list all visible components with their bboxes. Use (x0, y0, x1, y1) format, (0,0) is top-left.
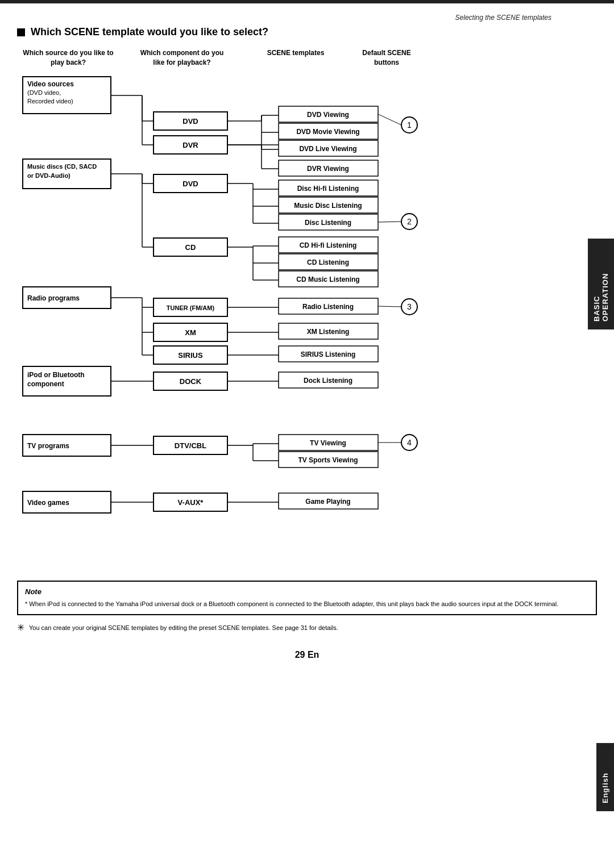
col-header-scene: SCENE templates (244, 48, 347, 68)
svg-text:Music discs (CD, SACD: Music discs (CD, SACD (27, 163, 97, 170)
svg-line-135 (378, 306, 401, 307)
tip-text: You can create your original SCENE templ… (29, 623, 338, 633)
svg-text:DVR: DVR (182, 141, 198, 149)
svg-line-133 (378, 114, 401, 125)
svg-text:DVR Viewing: DVR Viewing (307, 165, 349, 173)
svg-text:DVD Live Viewing: DVD Live Viewing (299, 145, 356, 153)
svg-text:V-AUX*: V-AUX* (178, 498, 204, 507)
sidebar-tab-basic-operation: BASIC OPERATION (588, 239, 614, 329)
svg-text:TV programs: TV programs (27, 442, 69, 450)
svg-text:Video sources: Video sources (27, 80, 74, 88)
svg-text:DVD: DVD (182, 180, 198, 188)
svg-text:CD Listening: CD Listening (307, 258, 349, 266)
col-header-default: Default SCENE buttons (352, 48, 421, 68)
tip-section: ✳ You can create your original SCENE tem… (17, 622, 597, 633)
page-number: 29 En (0, 650, 614, 671)
svg-text:(DVD video,: (DVD video, (27, 89, 61, 96)
svg-text:DVD Viewing: DVD Viewing (307, 111, 349, 119)
svg-text:SIRIUS Listening: SIRIUS Listening (301, 350, 356, 358)
svg-text:Dock Listening: Dock Listening (304, 377, 352, 385)
svg-text:1: 1 (407, 120, 412, 130)
svg-text:CD: CD (185, 243, 196, 252)
svg-text:CD Hi-fi Listening: CD Hi-fi Listening (300, 241, 357, 249)
scene-diagram-svg: Video sources (DVD video, Recorded video… (17, 71, 563, 565)
svg-text:Game Playing: Game Playing (305, 498, 350, 506)
svg-text:Disc Hi-fi Listening: Disc Hi-fi Listening (297, 185, 359, 193)
svg-text:SIRIUS: SIRIUS (178, 351, 203, 360)
note-title: Note (25, 587, 589, 596)
col-header-source: Which source do you like to play back? (23, 48, 114, 68)
svg-text:DTV/CBL: DTV/CBL (175, 441, 206, 450)
svg-text:or DVD-Audio): or DVD-Audio) (27, 172, 70, 179)
svg-text:Radio programs: Radio programs (27, 294, 80, 302)
sidebar-tab-english: English (596, 743, 614, 811)
note-section: Note * When iPod is connected to the Yam… (17, 581, 597, 616)
diagram-container: Which source do you like to play back? W… (0, 48, 614, 567)
svg-text:CD Music Listening: CD Music Listening (296, 276, 359, 283)
tip-icon: ✳ (17, 622, 24, 633)
svg-text:TV Viewing: TV Viewing (310, 439, 346, 447)
svg-text:Music Disc Listening: Music Disc Listening (294, 202, 362, 210)
svg-text:DVD Movie Viewing: DVD Movie Viewing (296, 128, 359, 136)
svg-text:Video games: Video games (27, 499, 69, 507)
svg-text:Recorded video): Recorded video) (27, 98, 73, 105)
svg-text:TV Sports Viewing: TV Sports Viewing (298, 456, 358, 464)
black-square-icon (17, 28, 25, 36)
svg-text:3: 3 (407, 302, 412, 311)
svg-text:DVD: DVD (182, 117, 198, 126)
section-heading: Which SCENE template would you like to s… (17, 26, 597, 38)
svg-text:Disc Listening: Disc Listening (305, 219, 351, 227)
svg-text:XM Listening: XM Listening (307, 328, 350, 336)
svg-text:XM: XM (185, 328, 196, 337)
svg-text:component: component (27, 380, 64, 388)
col-header-component: Which component do you like for playback… (136, 48, 227, 68)
svg-text:4: 4 (407, 438, 412, 447)
svg-line-134 (378, 222, 401, 222)
svg-text:DOCK: DOCK (180, 377, 202, 386)
svg-text:Radio Listening: Radio Listening (302, 303, 354, 311)
note-text: * When iPod is connected to the Yamaha i… (25, 599, 589, 609)
svg-text:2: 2 (407, 217, 412, 226)
svg-text:TUNER (FM/AM): TUNER (FM/AM) (167, 304, 215, 311)
page-section-title: Selecting the SCENE templates (17, 14, 597, 22)
svg-text:iPod or Bluetooth: iPod or Bluetooth (27, 371, 85, 379)
